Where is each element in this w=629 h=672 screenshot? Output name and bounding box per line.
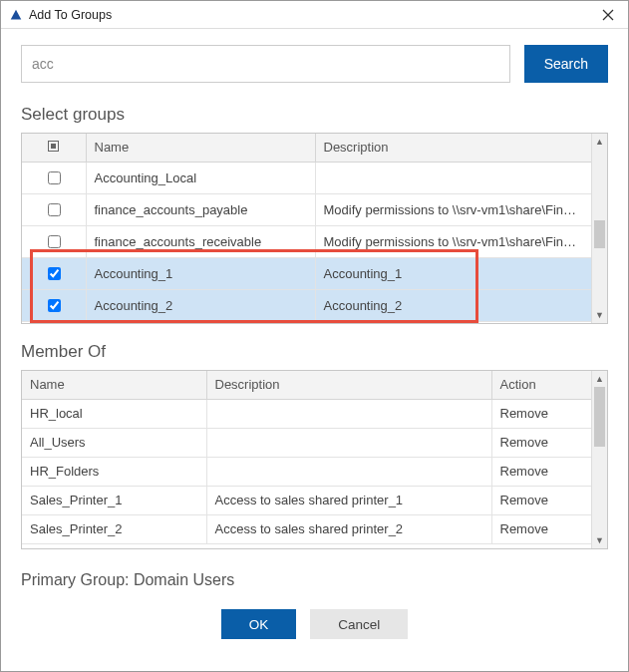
- row-description: [206, 428, 491, 457]
- row-name: Sales_Printer_1: [22, 486, 206, 514]
- ok-button[interactable]: OK: [221, 609, 297, 639]
- dialog-window: Add To Groups Search Select groups Name …: [0, 0, 629, 672]
- row-description: [206, 457, 491, 486]
- select-all-header[interactable]: [22, 134, 86, 162]
- row-checkbox[interactable]: [48, 235, 61, 248]
- row-description: Accounting_1: [315, 257, 591, 289]
- table-row[interactable]: Accounting_2Accounting_2: [22, 289, 591, 321]
- row-name: Accounting_Local: [86, 162, 315, 193]
- select-groups-table: Name Description Accounting_Localfinance…: [21, 133, 608, 324]
- row-name: Sales_Printer_2: [22, 514, 206, 543]
- table-row[interactable]: Sales_Printer_2Access to sales shared pr…: [22, 514, 591, 543]
- select-groups-scrollbar[interactable]: ▲ ▼: [591, 134, 607, 323]
- remove-action[interactable]: Remove: [491, 428, 591, 457]
- row-name: Accounting_1: [86, 257, 315, 289]
- table-row[interactable]: Sales_Printer_1Access to sales shared pr…: [22, 486, 591, 514]
- row-description: Modify permissions to \\srv-vm1\share\Fi…: [315, 225, 591, 257]
- table-row[interactable]: Accounting_1Accounting_1: [22, 257, 591, 289]
- select-groups-title: Select groups: [21, 105, 608, 125]
- row-checkbox[interactable]: [48, 267, 61, 280]
- table-row[interactable]: HR_localRemove: [22, 399, 591, 428]
- column-name[interactable]: Name: [86, 134, 315, 162]
- table-row[interactable]: finance_accounts_receivableModify permis…: [22, 225, 591, 257]
- row-name: All_Users: [22, 428, 206, 457]
- row-name: finance_accounts_payable: [86, 193, 315, 225]
- primary-group-label: Primary Group: Domain Users: [21, 571, 608, 589]
- row-name: HR_Folders: [22, 457, 206, 486]
- titlebar: Add To Groups: [1, 1, 628, 29]
- scroll-thumb[interactable]: [594, 387, 605, 447]
- row-description: Access to sales shared printer_2: [206, 514, 491, 543]
- search-button[interactable]: Search: [524, 45, 608, 83]
- row-description: Accounting_2: [315, 289, 591, 321]
- row-name: Accounting_2: [86, 289, 315, 321]
- row-description: [206, 399, 491, 428]
- table-row[interactable]: All_UsersRemove: [22, 428, 591, 457]
- remove-action[interactable]: Remove: [491, 399, 591, 428]
- cancel-button[interactable]: Cancel: [310, 609, 408, 639]
- app-logo-icon: [9, 8, 23, 22]
- column-action[interactable]: Action: [491, 371, 591, 399]
- column-name[interactable]: Name: [22, 371, 206, 399]
- indeterminate-checkbox-icon: [48, 141, 59, 152]
- column-description[interactable]: Description: [315, 134, 591, 162]
- row-checkbox[interactable]: [48, 171, 61, 184]
- remove-action[interactable]: Remove: [491, 514, 591, 543]
- remove-action[interactable]: Remove: [491, 486, 591, 514]
- table-row[interactable]: HR_FoldersRemove: [22, 457, 591, 486]
- row-name: HR_local: [22, 399, 206, 428]
- row-checkbox[interactable]: [48, 299, 61, 312]
- row-checkbox[interactable]: [48, 203, 61, 216]
- close-icon: [602, 9, 614, 21]
- table-row[interactable]: Accounting_Local: [22, 162, 591, 193]
- close-button[interactable]: [594, 3, 622, 27]
- row-name: finance_accounts_receivable: [86, 225, 315, 257]
- row-description: Modify permissions to \\srv-vm1\share\Fi…: [315, 193, 591, 225]
- member-of-table: Name Description Action HR_localRemoveAl…: [21, 370, 608, 549]
- row-description: Access to sales shared printer_1: [206, 486, 491, 514]
- scroll-up-icon[interactable]: ▲: [592, 371, 607, 387]
- scroll-down-icon[interactable]: ▼: [592, 307, 607, 323]
- row-description: [315, 162, 591, 193]
- remove-action[interactable]: Remove: [491, 457, 591, 486]
- member-of-title: Member Of: [21, 342, 608, 362]
- search-row: Search: [21, 45, 608, 83]
- search-input[interactable]: [21, 45, 510, 83]
- window-title: Add To Groups: [29, 8, 594, 22]
- table-row[interactable]: finance_accounts_payableModify permissio…: [22, 193, 591, 225]
- scroll-down-icon[interactable]: ▼: [592, 532, 607, 548]
- scroll-up-icon[interactable]: ▲: [592, 134, 607, 150]
- dialog-content: Search Select groups Name Description Ac…: [1, 29, 628, 671]
- svg-marker-0: [11, 9, 22, 19]
- scroll-thumb[interactable]: [594, 220, 605, 248]
- member-of-scrollbar[interactable]: ▲ ▼: [591, 371, 607, 548]
- column-description[interactable]: Description: [206, 371, 491, 399]
- dialog-footer: OK Cancel: [21, 603, 608, 655]
